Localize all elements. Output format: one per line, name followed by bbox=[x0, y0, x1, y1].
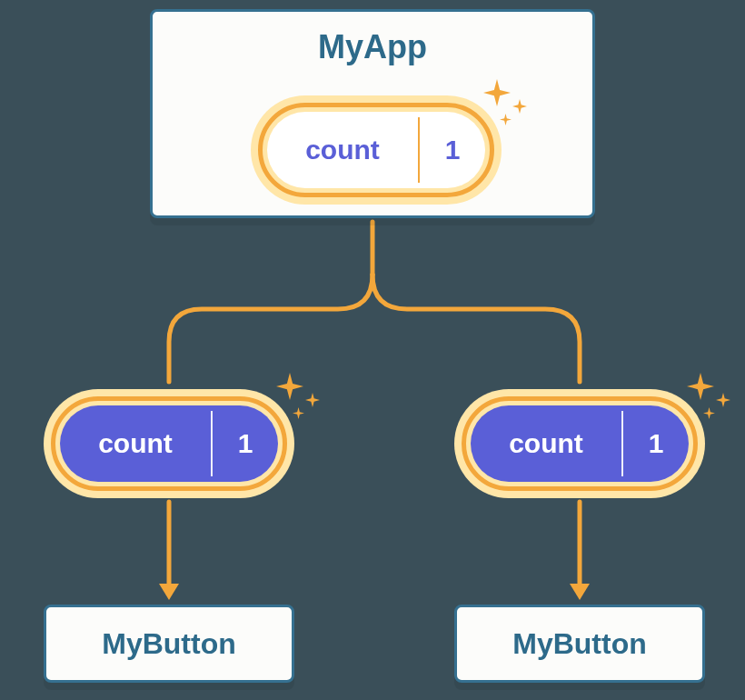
prop-label: count bbox=[471, 405, 621, 482]
pill-divider bbox=[211, 411, 213, 476]
child-component-box-left: MyButton bbox=[44, 605, 294, 683]
root-component-title: MyApp bbox=[153, 28, 592, 66]
pill-divider bbox=[621, 411, 623, 476]
state-pill-root: count 1 bbox=[251, 95, 502, 205]
diagram-stage: MyApp count 1 count 1 bbox=[0, 0, 745, 700]
prop-label: count bbox=[60, 405, 211, 482]
prop-pill-left: count 1 bbox=[44, 389, 294, 498]
pill-body: count 1 bbox=[60, 405, 278, 482]
prop-pill-right: count 1 bbox=[454, 389, 705, 498]
sparkle-icon bbox=[678, 373, 732, 427]
svg-marker-4 bbox=[570, 584, 590, 600]
state-label: count bbox=[267, 112, 418, 188]
pill-body: count 1 bbox=[471, 405, 689, 482]
sparkle-icon bbox=[474, 79, 529, 134]
svg-marker-2 bbox=[159, 584, 179, 600]
child-component-title: MyButton bbox=[102, 627, 236, 661]
root-component-box: MyApp count 1 bbox=[150, 9, 595, 218]
sparkle-icon bbox=[267, 373, 322, 427]
pill-body: count 1 bbox=[267, 112, 485, 188]
child-component-box-right: MyButton bbox=[454, 605, 705, 683]
child-component-title: MyButton bbox=[512, 627, 647, 661]
